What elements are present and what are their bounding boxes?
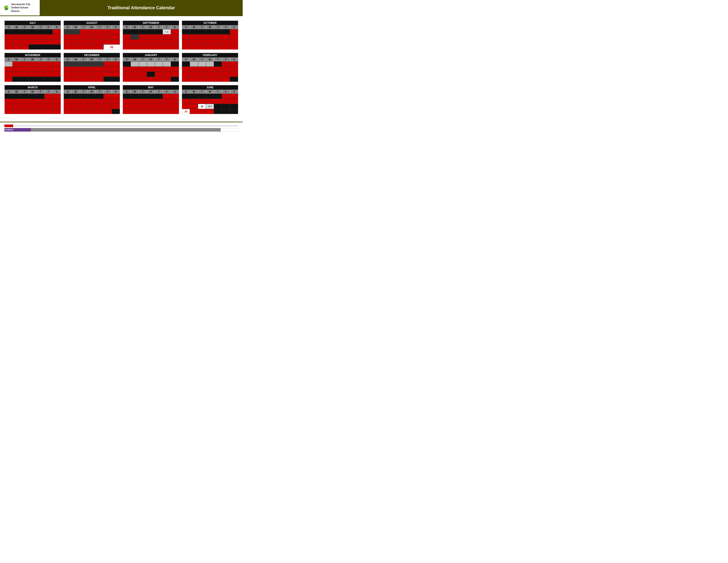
- month-name-february: FEBRUARY: [182, 53, 238, 57]
- cal-body-december: [64, 61, 120, 82]
- month-march: MARCH S M T W T F S: [4, 85, 61, 114]
- day-header-january: S M T W T F S: [123, 57, 179, 61]
- table-row: [123, 99, 179, 104]
- cal-body-february: [182, 61, 238, 82]
- legend-line-1: [14, 126, 238, 126]
- day-header-september: S M T W T F S: [123, 25, 179, 29]
- header-center: Traditional Attendance Calendar: [40, 0, 243, 15]
- table-row: [123, 44, 179, 49]
- table-row: [182, 61, 238, 66]
- table-row: [5, 29, 61, 34]
- month-november: NOVEMBER S M T W T F S: [4, 53, 61, 82]
- cal-body-january: [123, 61, 179, 82]
- table-row: [123, 94, 179, 99]
- table-row: [64, 99, 120, 104]
- month-name-december: DECEMBER: [64, 53, 120, 57]
- day-header-april: S M T W T F S: [64, 90, 120, 94]
- day-header-november: S M T W T F S: [5, 57, 61, 61]
- month-august: AUGUST S M T W T F S: [64, 21, 120, 50]
- month-september: SEPTEMBER S M T W T F S *••1: [123, 21, 179, 50]
- page-header: Sacramento City Unified School District …: [0, 0, 243, 16]
- table-row: [123, 39, 179, 44]
- cal-body-september: *••1: [123, 29, 179, 49]
- table-row: [64, 66, 120, 71]
- table-row: [182, 29, 238, 34]
- table-row: [182, 71, 238, 77]
- legend-purple-label: PURPLE: [5, 129, 13, 131]
- cal-body-march: [5, 94, 61, 114]
- month-january: JANUARY S M T W T F S: [123, 53, 179, 82]
- table-row: *••1: [123, 29, 179, 34]
- logo-area: Sacramento City Unified School District: [0, 0, 40, 15]
- table-row: 15 16*••: [182, 104, 238, 109]
- day-header-december: S M T W T F S: [64, 57, 120, 61]
- cal-body-november: [5, 61, 61, 82]
- table-row: [64, 61, 120, 66]
- month-july: JULY S M T W T F S: [4, 21, 61, 50]
- legend-section: PURPLE: [0, 122, 243, 134]
- month-may: MAY S M T W T F S: [123, 85, 179, 114]
- day-header-june: S M T W T F S: [182, 90, 238, 94]
- calendar-row-2: NOVEMBER S M T W T F S: [4, 53, 238, 82]
- month-name-january: JANUARY: [123, 53, 179, 57]
- table-row: [182, 44, 238, 49]
- table-row: [182, 99, 238, 104]
- month-name-june: JUNE: [182, 85, 238, 90]
- calendar-title: Traditional Attendance Calendar: [107, 5, 175, 10]
- month-october: OCTOBER S M T W T F S: [182, 21, 238, 50]
- month-name-march: MARCH: [5, 85, 61, 90]
- cal-body-june: 15 16*•• 20: [182, 94, 238, 114]
- table-row: [123, 109, 179, 114]
- table-row: [5, 94, 61, 99]
- month-name-july: JULY: [5, 21, 61, 25]
- table-row: [5, 44, 61, 49]
- month-name-august: AUGUST: [64, 21, 120, 25]
- month-june: JUNE S M T W T F S: [182, 85, 238, 114]
- table-row: [123, 66, 179, 71]
- legend-bar: PURPLE: [4, 128, 238, 132]
- calendar-row-1: JULY S M T W T F S: [4, 21, 238, 50]
- legend-white-box: [221, 128, 238, 132]
- cal-body-july: [5, 29, 61, 49]
- table-row: [5, 109, 61, 114]
- table-row: [123, 71, 179, 77]
- month-february: FEBRUARY S M T W T F S: [182, 53, 238, 82]
- calendars-section: JULY S M T W T F S: [0, 16, 243, 119]
- month-name-may: MAY: [123, 85, 179, 90]
- org-name-text: Sacramento City Unified School District: [11, 3, 36, 13]
- table-row: [182, 94, 238, 99]
- table-row: [5, 104, 61, 109]
- table-row: [64, 71, 120, 77]
- month-name-october: OCTOBER: [182, 21, 238, 25]
- month-name-november: NOVEMBER: [5, 53, 61, 57]
- svg-point-1: [4, 6, 7, 9]
- table-row: 20: [182, 109, 238, 114]
- table-row: [64, 109, 120, 114]
- day-header-march: S M T W T F S: [5, 90, 61, 94]
- day-header-may: S M T W T F S: [123, 90, 179, 94]
- table-row: [123, 61, 179, 66]
- table-row: [182, 66, 238, 71]
- table-row: [64, 34, 120, 39]
- cal-body-october: [182, 29, 238, 49]
- table-row: [182, 77, 238, 82]
- table-row: [182, 39, 238, 44]
- table-row: [5, 66, 61, 71]
- day-header-july: S M T W T F S: [5, 25, 61, 29]
- table-row: [123, 77, 179, 82]
- month-december: DECEMBER S M T W T F S: [64, 53, 120, 82]
- table-row: [5, 39, 61, 44]
- cal-body-may: [123, 94, 179, 114]
- month-name-september: SEPTEMBER: [123, 21, 179, 25]
- legend-red-box: [4, 124, 13, 127]
- table-row: [5, 71, 61, 77]
- table-row: [64, 29, 120, 34]
- day-header-february: S M T W T F S: [182, 57, 238, 61]
- table-row: [5, 77, 61, 82]
- cal-body-august: 31: [64, 29, 120, 49]
- calendar-row-3: MARCH S M T W T F S: [4, 85, 238, 114]
- month-april: APRIL S M T W T F S: [64, 85, 120, 114]
- table-row: [64, 39, 120, 44]
- table-row: [182, 34, 238, 39]
- day-header-october: S M T W T F S: [182, 25, 238, 29]
